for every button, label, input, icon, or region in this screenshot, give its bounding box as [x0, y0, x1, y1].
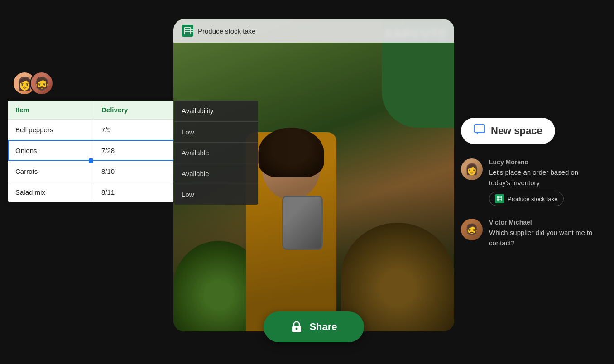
table-row[interactable]: Carrots 8/10: [8, 161, 182, 182]
svg-rect-3: [497, 196, 502, 201]
share-button[interactable]: Share: [264, 311, 364, 342]
cell-delivery: 8/11: [94, 182, 182, 202]
chat-attachment[interactable]: Produce stock take: [489, 192, 564, 206]
col-item: Item: [8, 101, 94, 119]
lock-icon: [290, 321, 303, 333]
cell-delivery: 8/10: [94, 161, 182, 182]
avatar-lucy: 👩: [461, 158, 483, 180]
right-panel: New space 👩 Lucy Moreno Let's place an o…: [461, 118, 601, 261]
avail-row: Low: [174, 184, 258, 205]
sheet-body: Bell peppers 7/9 Onions 7/28 Carrots 8/1…: [8, 119, 182, 202]
table-row[interactable]: Salad mix 8/11: [8, 182, 182, 202]
svg-point-1: [296, 328, 298, 330]
drag-handle[interactable]: [89, 158, 93, 163]
avatar-2: 🧔: [30, 72, 53, 95]
table-row[interactable]: Bell peppers 7/9: [8, 119, 182, 140]
table-row-selected[interactable]: Onions 7/28: [8, 140, 182, 161]
chat-text-1: Let's place an order based on today's in…: [489, 168, 601, 188]
chat-author-1: Lucy Moreno: [489, 158, 601, 166]
availability-panel: Availability Low Available Available Low: [174, 101, 258, 205]
availability-header: Availability: [174, 101, 258, 121]
cell-item: Onions: [8, 140, 94, 161]
chat-message-1: 👩 Lucy Moreno Let's place an order based…: [461, 158, 601, 206]
sheet-header: Item Delivery: [8, 101, 182, 119]
new-space-label: New space: [491, 125, 542, 137]
avatar-victor: 🧔: [461, 219, 483, 240]
cell-delivery: 7/28: [94, 140, 122, 161]
attachment-name: Produce stock take: [508, 196, 558, 202]
avail-row: Available: [174, 142, 258, 163]
spreadsheet-table: Item Delivery Bell peppers 7/9 Onions 7/…: [8, 101, 182, 202]
chat-author-2: Victor Michael: [489, 219, 601, 226]
cell-item: Carrots: [8, 161, 94, 182]
chat-content-2: Victor Michael Which supplier did you wa…: [489, 219, 601, 248]
chat-content-1: Lucy Moreno Let's place an order based o…: [489, 158, 601, 206]
user-avatars: 👩 🧔: [13, 72, 53, 95]
cell-item: Salad mix: [8, 182, 94, 202]
chat-text-2: Which supplier did you want me to contac…: [489, 228, 601, 248]
col-delivery: Delivery: [94, 101, 182, 119]
share-text: Share: [309, 321, 337, 333]
svg-rect-2: [474, 125, 485, 133]
avail-row: Low: [174, 121, 258, 142]
attach-sheets-icon: [495, 194, 504, 203]
chat-bubble-icon: [474, 124, 485, 138]
cell-delivery: 7/9: [94, 120, 182, 140]
cell-item: Bell peppers: [8, 120, 94, 140]
new-space-button[interactable]: New space: [461, 118, 555, 144]
avail-row: Available: [174, 163, 258, 184]
chat-message-2: 🧔 Victor Michael Which supplier did you …: [461, 219, 601, 248]
